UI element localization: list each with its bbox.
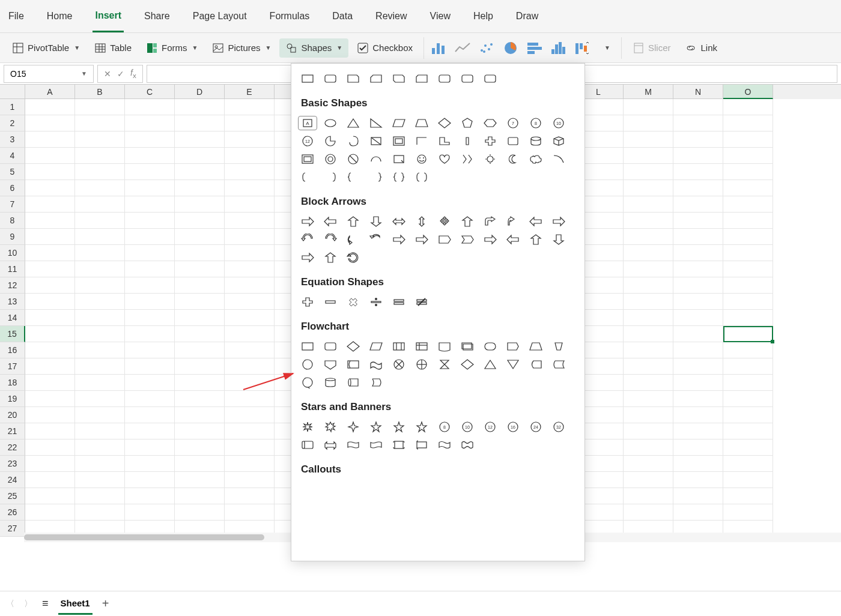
shape-pentagon[interactable]	[458, 116, 476, 130]
cell[interactable]	[723, 115, 773, 131]
shape-round3[interactable]	[481, 72, 499, 85]
shape-flow-terminator[interactable]	[481, 340, 499, 353]
cell[interactable]	[624, 504, 673, 521]
cell[interactable]	[175, 326, 225, 342]
shape-arrow-striped[interactable]	[390, 233, 408, 246]
cell[interactable]	[75, 488, 125, 504]
shape-arrow-callout-r[interactable]	[481, 233, 499, 246]
cell[interactable]	[673, 164, 723, 180]
cell[interactable]	[624, 164, 673, 180]
cell[interactable]	[624, 391, 673, 407]
shape-corner[interactable]	[436, 134, 454, 148]
cell[interactable]	[673, 488, 723, 504]
cell[interactable]	[125, 245, 175, 261]
shape-scroll-v[interactable]	[390, 438, 408, 451]
shape-flow-predefined[interactable]	[390, 340, 408, 353]
shape-lshape[interactable]	[413, 134, 431, 148]
cell[interactable]	[25, 180, 75, 196]
checkbox-button[interactable]: Checkbox	[351, 38, 419, 58]
cell[interactable]	[175, 131, 225, 148]
cell[interactable]	[25, 196, 75, 213]
shape-ribbon1[interactable]	[299, 438, 317, 451]
col-header-N[interactable]: N	[673, 85, 723, 99]
cell[interactable]	[225, 131, 275, 148]
shape-explosion1[interactable]	[299, 420, 317, 433]
cell[interactable]	[175, 358, 225, 375]
cell[interactable]	[624, 310, 673, 326]
cell[interactable]	[723, 342, 773, 358]
cell[interactable]	[723, 375, 773, 391]
shape-arrow-callout-ud[interactable]	[321, 251, 339, 264]
cell[interactable]	[673, 375, 723, 391]
cell[interactable]	[225, 261, 275, 277]
cell[interactable]	[25, 472, 75, 488]
cell[interactable]	[624, 245, 673, 261]
shape-diamond[interactable]	[436, 116, 454, 130]
shape-arrow-updown[interactable]	[413, 215, 431, 228]
cell[interactable]	[673, 261, 723, 277]
shape-ribbon-curved1[interactable]	[344, 438, 362, 451]
line-chart-icon[interactable]	[452, 37, 473, 59]
fx-icon[interactable]: fx	[130, 68, 136, 79]
prev-sheet-button[interactable]: 〈	[6, 599, 14, 609]
cell[interactable]	[673, 277, 723, 294]
cell[interactable]	[175, 294, 225, 310]
shape-sun[interactable]	[481, 152, 499, 166]
cell[interactable]	[225, 456, 275, 472]
row-header-22[interactable]: 22	[0, 439, 25, 456]
shape-bracket-l[interactable]	[299, 171, 317, 184]
cell[interactable]	[75, 326, 125, 342]
row-header-2[interactable]: 2	[0, 115, 25, 131]
row-header-15[interactable]: 15	[0, 326, 25, 342]
cell[interactable]	[225, 423, 275, 439]
cell[interactable]	[125, 423, 175, 439]
cell[interactable]	[75, 407, 125, 423]
cell[interactable]	[624, 342, 673, 358]
cell[interactable]	[25, 115, 75, 131]
row-header-9[interactable]: 9	[0, 229, 25, 245]
cell[interactable]	[723, 148, 773, 164]
cell[interactable]	[125, 391, 175, 407]
all-sheets-button[interactable]: ≡	[42, 597, 49, 610]
shape-heptagon[interactable]: 7	[504, 116, 522, 130]
shape-arrow-bentup[interactable]	[550, 215, 568, 228]
cell[interactable]	[75, 229, 125, 245]
cell[interactable]	[125, 180, 175, 196]
shape-arrow-right[interactable]	[299, 215, 317, 228]
row-header-17[interactable]: 17	[0, 358, 25, 375]
menu-review[interactable]: Review	[373, 1, 409, 31]
menu-pagelayout[interactable]: Page Layout	[190, 1, 249, 31]
row-header-27[interactable]: 27	[0, 521, 25, 537]
shape-bevel[interactable]	[299, 152, 317, 166]
bar-chart-icon[interactable]	[524, 37, 545, 59]
shape-round1[interactable]	[436, 72, 454, 85]
cell[interactable]	[175, 245, 225, 261]
cell[interactable]	[25, 148, 75, 164]
row-header-5[interactable]: 5	[0, 164, 25, 180]
menu-data[interactable]: Data	[330, 1, 355, 31]
cell[interactable]	[673, 423, 723, 439]
cell[interactable]	[75, 164, 125, 180]
shape-cross[interactable]	[481, 134, 499, 148]
menu-help[interactable]: Help	[471, 1, 496, 31]
menu-insert[interactable]: Insert	[93, 1, 124, 32]
shape-arrow-down[interactable]	[367, 215, 385, 228]
shape-flow-sort[interactable]	[458, 358, 476, 371]
shape-flow-extract[interactable]	[481, 358, 499, 371]
menu-home[interactable]: Home	[44, 1, 75, 31]
pictures-button[interactable]: Pictures▼	[206, 38, 277, 58]
enter-icon[interactable]: ✓	[117, 69, 124, 79]
shape-wave[interactable]	[436, 438, 454, 451]
shape-bracket-r[interactable]	[321, 171, 339, 184]
cell[interactable]	[25, 439, 75, 456]
cell[interactable]	[225, 294, 275, 310]
cell[interactable]	[723, 261, 773, 277]
shape-flow-collate[interactable]	[436, 358, 454, 371]
pie-chart-icon[interactable]	[500, 37, 521, 59]
cell[interactable]	[673, 294, 723, 310]
row-header-8[interactable]: 8	[0, 213, 25, 229]
add-sheet-button[interactable]: +	[102, 597, 109, 611]
shape-triangle[interactable]	[344, 116, 362, 130]
cell[interactable]	[125, 472, 175, 488]
cell[interactable]	[723, 277, 773, 294]
